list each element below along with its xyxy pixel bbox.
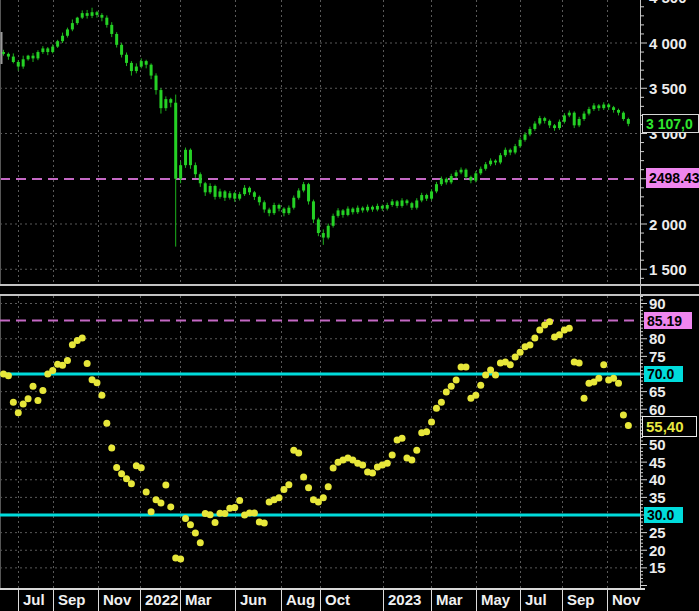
candle	[509, 150, 512, 153]
candle	[243, 188, 246, 194]
oscillator-dot	[118, 470, 125, 477]
candle	[450, 176, 453, 182]
candle	[494, 161, 497, 163]
oscillator-dot	[192, 529, 199, 536]
candle	[415, 200, 418, 207]
candle	[228, 193, 231, 198]
candle	[514, 146, 517, 152]
oscillator-dot	[408, 457, 415, 464]
candle	[455, 172, 458, 176]
price-axis[interactable]: 4 5004 0003 5003 0002 0001 500	[640, 0, 687, 285]
candle	[155, 76, 158, 90]
oscillator-axis[interactable]: 908075656050454035252015	[640, 296, 666, 588]
candle	[607, 105, 610, 108]
candle	[587, 109, 590, 114]
candle	[66, 29, 69, 35]
candle	[159, 90, 162, 108]
time-axis-separator	[562, 590, 563, 611]
candle	[548, 121, 551, 126]
time-axis-label: 2022	[145, 590, 178, 611]
oscillator-dot	[443, 388, 450, 395]
candle	[391, 201, 394, 205]
candle	[110, 25, 113, 34]
candle	[568, 113, 571, 116]
time-axis-separator	[520, 590, 521, 611]
oscillator-axis-label: 65	[649, 383, 666, 400]
candle	[282, 209, 285, 214]
candle	[583, 114, 586, 119]
candle	[105, 18, 108, 25]
oscillator-dot	[221, 510, 228, 517]
oscillator-dot	[448, 383, 455, 390]
price-axis-label: 1 500	[649, 261, 687, 278]
candle	[322, 233, 325, 238]
candle	[41, 48, 44, 52]
time-axis[interactable]: JulSepNov2022MarJunAugOct2023MarMayJulSe…	[0, 590, 699, 611]
price-panel[interactable]: 4 5004 0003 5003 0002 0001 500	[0, 0, 699, 285]
time-axis-separator	[53, 590, 54, 611]
candle	[317, 219, 320, 233]
candle	[489, 161, 492, 165]
candle	[578, 119, 581, 125]
candle	[386, 205, 389, 209]
time-axis-separator	[607, 590, 608, 611]
candle	[61, 36, 64, 41]
oscillator-dot	[330, 465, 337, 472]
candle	[258, 197, 261, 202]
oscillator-dot	[615, 380, 622, 387]
candle	[524, 134, 527, 139]
oscillator-dot	[103, 420, 110, 427]
time-axis-label: Sep	[567, 590, 595, 611]
oscillator-dot	[595, 375, 602, 382]
price-axis-label: 2 000	[649, 216, 687, 233]
oscillator-dot	[492, 372, 499, 379]
time-axis-separator	[98, 590, 99, 611]
oscillator-dot	[30, 383, 37, 390]
candle	[223, 191, 226, 197]
oscillator-dot	[581, 395, 588, 402]
candle	[115, 34, 118, 45]
candle	[430, 191, 433, 198]
oscillator-dot	[487, 367, 494, 374]
oscillator-axis-label: 50	[649, 436, 666, 453]
price-chart-canvas[interactable]: 4 5004 0003 5003 0002 0001 500	[0, 0, 699, 285]
panel-divider-top[interactable]	[0, 284, 699, 286]
candle	[164, 99, 167, 108]
candle	[533, 124, 536, 129]
candle	[248, 188, 251, 193]
overbought-level-badge: 70.0	[644, 366, 683, 382]
candle	[135, 67, 138, 72]
price-axis-label: 3 500	[649, 80, 687, 97]
oscillator-axis-label: 35	[649, 489, 666, 506]
candle	[396, 201, 399, 206]
candle	[543, 118, 546, 121]
oscillator-dot	[566, 325, 573, 332]
candle	[189, 150, 192, 165]
oscillator-dot	[98, 392, 105, 399]
candle	[297, 191, 300, 198]
oscillator-chart-canvas[interactable]: 908075656050454035252015	[0, 296, 699, 588]
candle	[592, 105, 595, 109]
candle	[307, 184, 310, 201]
candle	[169, 99, 172, 103]
panel-divider-bottom[interactable]	[0, 294, 699, 296]
candle	[499, 155, 502, 162]
oscillator-dot	[546, 318, 553, 325]
candle	[410, 203, 413, 208]
oscillator-dot	[25, 395, 32, 402]
candle	[464, 170, 467, 177]
candle	[474, 173, 477, 180]
candle	[71, 23, 74, 29]
oscillator-dot	[438, 399, 445, 406]
oscillator-dot	[600, 361, 607, 368]
candle	[346, 209, 349, 215]
oscillator-dot	[526, 342, 533, 349]
oscillator-panel[interactable]: 908075656050454035252015	[0, 296, 699, 588]
candle	[46, 48, 49, 52]
oscillator-dot	[251, 509, 258, 516]
oscillator-dot	[300, 473, 307, 480]
candle	[332, 216, 335, 226]
chart-window: 4 5004 0003 5003 0002 0001 500 908075656…	[0, 0, 699, 611]
oscillator-last-value-badge: 55,40	[642, 416, 697, 437]
candle	[125, 55, 128, 63]
